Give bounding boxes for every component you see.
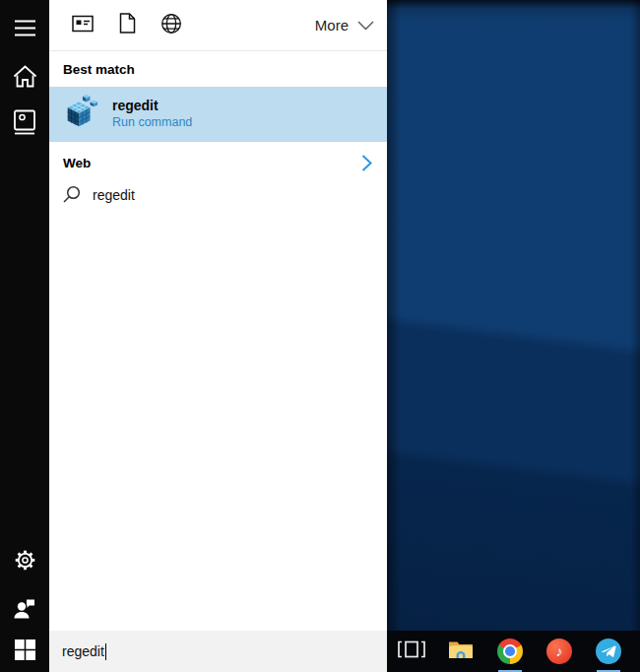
sidebar-item-feedback[interactable]	[0, 590, 49, 626]
telegram-icon	[596, 638, 621, 664]
best-match-result[interactable]: regedit Run command	[49, 87, 387, 142]
itunes-icon: ♪	[546, 638, 572, 664]
search-flyout: More Best match	[49, 0, 387, 631]
telegram-button[interactable]	[584, 631, 633, 672]
sidebar	[0, 0, 49, 631]
sidebar-item-home[interactable]	[0, 58, 49, 94]
web-filter-button[interactable]	[160, 14, 183, 37]
apps-filter-icon	[72, 15, 94, 36]
globe-icon	[160, 13, 182, 38]
feedback-icon	[13, 596, 36, 620]
notebook-icon	[13, 109, 36, 135]
windows-logo-icon	[15, 639, 35, 664]
panel-empty-area	[49, 213, 387, 631]
text-caret	[105, 643, 106, 660]
search-input-value: regedit	[62, 643, 104, 659]
more-dropdown[interactable]: More	[315, 17, 374, 34]
filter-group	[71, 14, 183, 37]
sidebar-item-notebook[interactable]	[0, 104, 49, 140]
itunes-button[interactable]: ♪	[535, 631, 584, 672]
best-match-text: regedit Run command	[112, 99, 192, 130]
hamburger-icon	[14, 20, 36, 36]
taskbar: ♪	[387, 631, 640, 672]
web-suggestion-item[interactable]: regedit	[49, 177, 387, 213]
file-explorer-icon	[448, 638, 474, 664]
task-view-button[interactable]	[387, 631, 436, 672]
web-suggestion-text: regedit	[93, 187, 135, 203]
task-view-icon	[397, 638, 426, 664]
best-match-header: Best match	[49, 51, 387, 87]
sidebar-item-settings[interactable]	[0, 542, 49, 577]
document-filter-icon	[119, 13, 136, 37]
start-button[interactable]	[0, 631, 49, 672]
best-match-title: regedit	[112, 99, 192, 113]
more-label: More	[315, 17, 349, 34]
registry-editor-icon	[62, 94, 99, 135]
chevron-down-icon	[357, 17, 374, 34]
search-icon	[63, 185, 81, 206]
home-icon	[13, 65, 37, 88]
search-input[interactable]: regedit	[49, 631, 387, 672]
web-section-header: Web	[63, 156, 91, 170]
web-section-row[interactable]: Web	[49, 148, 387, 177]
documents-filter-button[interactable]	[115, 14, 139, 37]
apps-filter-button[interactable]	[71, 14, 95, 37]
best-match-subtitle: Run command	[112, 116, 192, 130]
gear-icon	[14, 549, 36, 571]
chevron-right-icon	[361, 155, 372, 171]
hamburger-menu-button[interactable]	[0, 10, 49, 45]
screen: More Best match	[0, 0, 640, 672]
chrome-button[interactable]	[485, 631, 535, 672]
filter-topbar: More	[49, 0, 387, 51]
file-explorer-button[interactable]	[436, 631, 485, 672]
desktop-wallpaper[interactable]	[387, 0, 640, 631]
chrome-icon	[497, 638, 523, 664]
